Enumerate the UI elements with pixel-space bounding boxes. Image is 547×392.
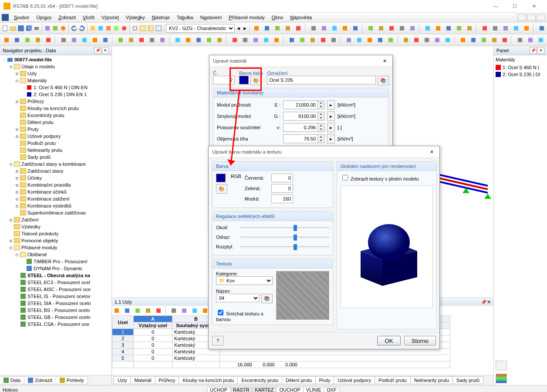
- tb-gen-tb2-38[interactable]: [432, 35, 442, 45]
- table-tab-8[interactable]: Podloží prutu: [375, 376, 411, 384]
- tb-gen-tb1rest-13[interactable]: [397, 23, 407, 33]
- tb-gen-tb1rest-24[interactable]: [522, 23, 531, 33]
- tree-item-36[interactable]: ·STEEL GB - Posouzení ocelo: [0, 314, 111, 321]
- tree-item-12[interactable]: ·Nelinearity prutu: [0, 147, 111, 154]
- tb-gen-tb2-2[interactable]: [23, 35, 32, 45]
- tb-gen-tb2-25[interactable]: [287, 35, 297, 45]
- tb-gen-tb2-14[interactable]: [158, 35, 167, 45]
- tb-gen-gridtb-0[interactable]: [112, 306, 122, 315]
- tb-gen-tb2-8[interactable]: [90, 35, 100, 45]
- dlg1-color-swatch[interactable]: [239, 76, 249, 84]
- tb-gen-tb2-46[interactable]: [526, 35, 535, 45]
- tree-item-35[interactable]: ·STEEL BS - Posouzení ocelo: [0, 307, 111, 314]
- dlg2-help[interactable]: ?: [212, 336, 223, 345]
- tb-d4[interactable]: [155, 23, 162, 33]
- tree-root[interactable]: 00877-model-file: [14, 57, 52, 62]
- tb-gen-tb1rest-7[interactable]: [330, 23, 339, 33]
- tree-item-18[interactable]: ⊞Kombinace účinků: [0, 188, 111, 195]
- menu-soubor[interactable]: Soubor: [10, 14, 33, 21]
- dlg1-g-input[interactable]: [283, 112, 318, 121]
- tb-gen-tb2-4[interactable]: [44, 35, 53, 45]
- status-seg-3[interactable]: OUCHOP: [277, 387, 304, 392]
- tb-gen-tb1rest-5[interactable]: [309, 23, 318, 33]
- table-tab-4[interactable]: Excentricity prutu: [237, 376, 282, 384]
- tb-gen-gridtb-7[interactable]: [190, 306, 199, 315]
- tb-gen-tb2-7[interactable]: [80, 35, 89, 45]
- tb-gen-tb2-35[interactable]: [401, 35, 411, 45]
- material-row-2[interactable]: 2: Ocel S 235 | DI: [496, 71, 545, 78]
- status-seg-1[interactable]: RASTR: [230, 387, 252, 392]
- tb-gen-tb2-15[interactable]: [173, 35, 182, 45]
- menu-upravy[interactable]: Úpravy: [33, 14, 55, 21]
- dlg1-library[interactable]: 📚: [378, 76, 389, 85]
- tree-item-27[interactable]: ⊟Oblíbené: [0, 251, 111, 258]
- tb-b1[interactable]: [44, 23, 51, 33]
- dlg1-name-input[interactable]: [267, 76, 376, 84]
- table-tab-10[interactable]: Sady prutů: [452, 376, 483, 384]
- dlg2-ok[interactable]: OK: [377, 336, 400, 345]
- navigator-pin[interactable]: 📌: [94, 47, 101, 54]
- tb-gen-tb2-1[interactable]: [12, 35, 22, 45]
- dlg2-ambient-slider[interactable]: [240, 224, 329, 231]
- dlg2-g-input[interactable]: [271, 184, 293, 193]
- menu-nastroje[interactable]: Nástroje: [149, 14, 173, 21]
- mdi-minimize[interactable]: [517, 14, 526, 21]
- table-tab-9[interactable]: Nelinearity prutu: [410, 376, 453, 384]
- load-combo[interactable]: KV2 - GZG - Charakteristic: [166, 24, 235, 33]
- tb-gen-tb1rest-19[interactable]: [465, 23, 474, 33]
- col-A[interactable]: A: [134, 316, 172, 322]
- tb-gen-tb2-6[interactable]: [69, 35, 79, 45]
- tb-gen-tb2-33[interactable]: [375, 35, 385, 45]
- tb-gen-tb2-12[interactable]: [137, 35, 146, 45]
- tree-item-22[interactable]: ⊞Zatížení: [0, 216, 111, 223]
- tb-gen-tb2-29[interactable]: [329, 35, 338, 45]
- col-uzel[interactable]: Uzel: [112, 316, 134, 329]
- tb-c3[interactable]: [105, 23, 112, 33]
- tb-d3[interactable]: [147, 23, 154, 33]
- tb-gen-gridtb-1[interactable]: [122, 306, 132, 315]
- tb-gen-tb2-34[interactable]: [386, 35, 395, 45]
- tb-save[interactable]: [17, 23, 24, 33]
- tree-item-32[interactable]: ·STEEL AISC - Posouzení oce: [0, 286, 111, 293]
- tree-item-37[interactable]: ·STEEL CSA - Posouzení oce: [0, 321, 111, 328]
- tb-gen-tb2-19[interactable]: [215, 35, 224, 45]
- tb-gen-tb1rest-0[interactable]: [252, 23, 261, 33]
- tb-gen-tb2-3[interactable]: [33, 35, 43, 45]
- tb-open[interactable]: [10, 23, 17, 33]
- status-seg-0[interactable]: UCHOP: [207, 387, 230, 392]
- tb-gen-tb1rest-12[interactable]: [387, 23, 396, 33]
- dlg2-scatter-slider[interactable]: [240, 243, 329, 251]
- tb-gen-tb2-11[interactable]: [126, 35, 136, 45]
- tb-gen-tb2-30[interactable]: [344, 35, 354, 45]
- tb-gen-tb2-42[interactable]: [479, 35, 489, 45]
- dlg2-showtex-check[interactable]: Zobrazit textury v plném modelu: [341, 176, 419, 181]
- tb-gen-tb2-9[interactable]: [101, 35, 110, 45]
- tb-gen-tb2-40[interactable]: [458, 35, 468, 45]
- tree-item-28[interactable]: ·TIMBER Pro - Posouzení: [0, 258, 111, 265]
- tree-item-7[interactable]: ·Excentricity prutu: [0, 112, 111, 119]
- tb-gen-tb2-16[interactable]: [183, 35, 193, 45]
- tree-item-9[interactable]: ⊞Pruty: [0, 126, 111, 133]
- panel-pin[interactable]: 📌: [530, 47, 537, 54]
- table-tab-1[interactable]: Materiál: [130, 376, 155, 384]
- tb-gen-gridtb-2[interactable]: [133, 306, 142, 315]
- col-vztazny[interactable]: Vztažný uzel: [134, 322, 172, 329]
- tree-item-25[interactable]: ⊞Pomocné objekty: [0, 237, 111, 244]
- tb-gen-tb1rest-3[interactable]: [283, 23, 293, 33]
- status-seg-2[interactable]: KARTEZ: [252, 387, 277, 392]
- material-row-1[interactable]: 1: Ocel S 460 N |: [496, 64, 545, 71]
- dlg2-color-picker[interactable]: 🎨: [216, 184, 227, 194]
- tb-new[interactable]: [2, 23, 9, 33]
- tree-item-4[interactable]: ·2: Ocel S 235 | DIN EN 1: [0, 91, 111, 98]
- nav-tab-zobrazit[interactable]: Zobrazit: [24, 376, 56, 384]
- panel-btn-2[interactable]: [496, 374, 507, 383]
- dlg1-e-input[interactable]: [283, 101, 318, 109]
- tree-item-21[interactable]: ·Superkombinace zatěžovac: [0, 209, 111, 216]
- tb-b2[interactable]: [52, 23, 59, 33]
- dlg1-g-btn[interactable]: ▸: [327, 111, 335, 121]
- panel-close[interactable]: ✕: [537, 47, 544, 54]
- tb-gen-tb2-24[interactable]: [272, 35, 281, 45]
- tb-gen-gridtb-6[interactable]: [179, 306, 189, 315]
- tb-gen-tb1rest-1[interactable]: [262, 23, 272, 33]
- tb-gen-tb2-36[interactable]: [412, 35, 421, 45]
